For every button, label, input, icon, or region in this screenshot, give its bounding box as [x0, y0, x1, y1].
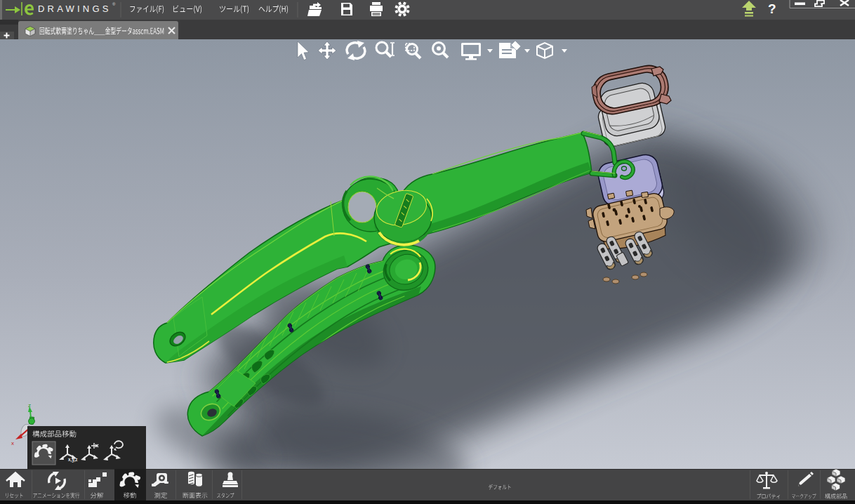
svg-text:DRAWINGS: DRAWINGS [38, 4, 112, 14]
svg-text:?: ? [768, 1, 776, 16]
svg-text:x: x [11, 440, 14, 446]
svg-text:z: z [28, 402, 31, 409]
svg-text:®: ® [112, 2, 116, 6]
svg-text:x,y,z: x,y,z [68, 457, 78, 463]
